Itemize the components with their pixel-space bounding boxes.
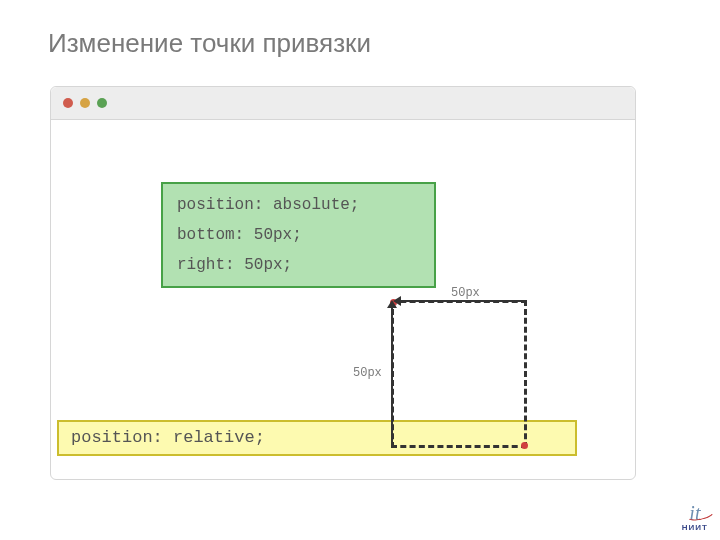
maximize-icon bbox=[97, 98, 107, 108]
close-icon bbox=[63, 98, 73, 108]
minimize-icon bbox=[80, 98, 90, 108]
arrow-right-offset bbox=[399, 300, 526, 302]
absolute-box: position: absolute; bottom: 50px; right:… bbox=[161, 182, 436, 288]
arrow-head-icon bbox=[387, 300, 397, 308]
code-line: bottom: 50px; bbox=[177, 220, 420, 250]
slide-title: Изменение точки привязки bbox=[48, 28, 371, 59]
footer-logo: it НИИТ bbox=[682, 502, 708, 532]
browser-titlebar bbox=[51, 87, 635, 120]
code-line: right: 50px; bbox=[177, 250, 420, 280]
arrow-bottom-offset bbox=[391, 306, 393, 446]
label-right-offset: 50px bbox=[451, 286, 480, 300]
anchor-dot-bottom-right bbox=[521, 442, 528, 449]
browser-window: position: absolute; bottom: 50px; right:… bbox=[50, 86, 636, 480]
slide: Изменение точки привязки position: absol… bbox=[0, 0, 720, 540]
label-bottom-offset: 50px bbox=[353, 366, 382, 380]
dashed-anchor-box bbox=[391, 300, 527, 448]
code-line: position: relative; bbox=[71, 428, 265, 447]
browser-viewport: position: absolute; bottom: 50px; right:… bbox=[51, 120, 635, 480]
code-line: position: absolute; bbox=[177, 190, 420, 220]
logo-mark: it bbox=[689, 502, 700, 525]
